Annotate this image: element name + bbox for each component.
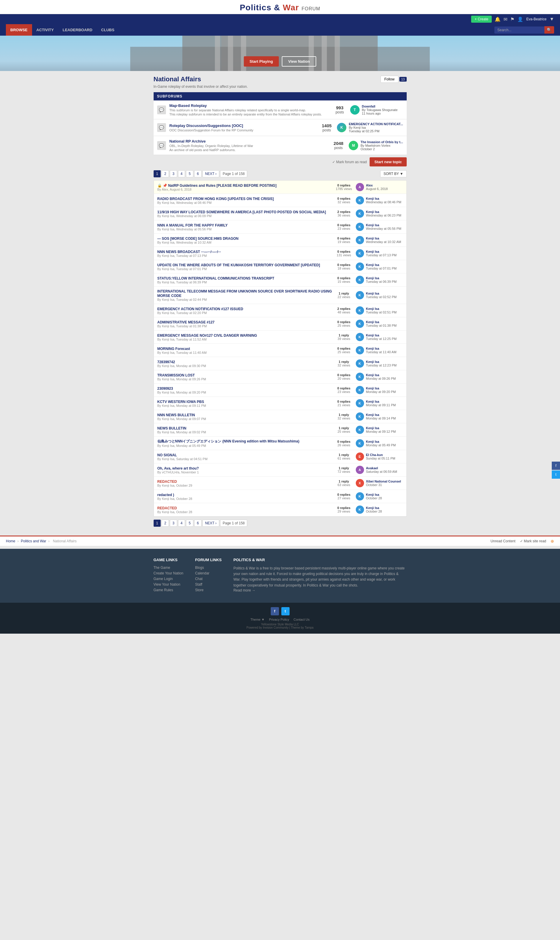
view-nation-button[interactable]: View Nation <box>282 56 316 66</box>
subforum-name-link[interactable]: Roleplay Discussion/Suggestions [OOC] <box>169 123 243 128</box>
facebook-button[interactable]: f <box>271 607 279 615</box>
breadcrumb-home[interactable]: Home <box>6 539 15 543</box>
page-5-button[interactable]: 5 <box>186 170 193 178</box>
page-1-btn-bottom[interactable]: 1 <box>154 520 161 527</box>
topic-last-by-link[interactable]: Kenji Isa <box>366 400 379 403</box>
start-playing-button[interactable]: Start Playing <box>244 56 278 66</box>
topic-title-link[interactable]: NNN NEWS BROADCAST ···—···/·—·/··· <box>157 250 221 254</box>
topic-title-link[interactable]: NEWS BULLETIN <box>157 426 186 431</box>
subforum-last-topic-link[interactable]: EMERGENCY ACTION NOTIFICAT... <box>349 122 403 126</box>
topic-last-by-link[interactable]: Kenji Isa <box>366 360 379 364</box>
forum-link-staff[interactable]: Staff <box>195 582 222 587</box>
topic-last-by-link[interactable]: Kenji Isa <box>366 506 379 509</box>
notifications-icon[interactable]: 🔔 <box>495 17 500 22</box>
topic-last-by-link[interactable]: Kenji Isa <box>366 223 379 227</box>
topic-title-link[interactable]: NNN A MANUAL FOR THE HAPPY FAMILY <box>157 223 228 227</box>
forum-link-store[interactable]: Store <box>195 588 222 592</box>
topic-title-link[interactable]: Oh, Ava, where art thou? <box>157 466 199 471</box>
game-link-login[interactable]: Game Login <box>154 577 183 581</box>
subforum-name-link[interactable]: Map-Based Roleplay <box>169 103 207 108</box>
topic-title-link[interactable]: 仙島みつとNNNイブニングエディション (NNN Evening edition… <box>157 439 300 443</box>
next-page-button[interactable]: NEXT › <box>203 170 219 178</box>
page-4-btn-bottom[interactable]: 4 <box>178 520 185 527</box>
create-button[interactable]: + Create <box>471 15 492 23</box>
alerts-icon[interactable]: ⚑ <box>510 17 514 22</box>
subforum-name-link[interactable]: National RP Archive <box>169 139 206 144</box>
contact-link[interactable]: Contact Us <box>294 618 309 621</box>
topic-last-by-link[interactable]: Kenji Isa <box>366 197 379 200</box>
unread-content-link[interactable]: Unread Content <box>491 539 515 543</box>
topic-last-by-link[interactable]: Kenji Isa <box>366 292 379 295</box>
subforum-last-topic-link[interactable]: The Invasion of Orbis by t... <box>360 140 403 144</box>
page-5-btn-bottom[interactable]: 5 <box>186 520 193 527</box>
game-link-create[interactable]: Create Your Nation <box>154 571 183 575</box>
topic-title-link[interactable]: TRANSMISSION LOST <box>157 373 195 377</box>
topic-last-by-link[interactable]: Kenji Isa <box>366 426 379 430</box>
topic-title-link[interactable]: redacted ) <box>157 493 174 497</box>
page-2-button[interactable]: 2 <box>162 170 169 178</box>
topic-title-link[interactable]: INTERNATIONAL TELECOMM MESSAGE FROM UNKN… <box>157 289 332 298</box>
topic-title-link[interactable]: NO SIGNAL <box>157 453 177 457</box>
game-link-game[interactable]: The Game <box>154 566 183 570</box>
topic-title-link[interactable]: REDACTED <box>157 480 177 484</box>
page-2-btn-bottom[interactable]: 2 <box>162 520 169 527</box>
topic-last-by-link[interactable]: Kenji Isa <box>366 250 379 253</box>
forum-link-calendar[interactable]: Calendar <box>195 571 222 575</box>
topic-last-by-link[interactable]: Kenji Isa <box>366 263 379 267</box>
forum-link-blogs[interactable]: Blogs <box>195 566 222 570</box>
privacy-link[interactable]: Privacy Policy <box>269 618 289 621</box>
topic-title-link[interactable]: 728399742 <box>157 360 175 364</box>
topic-title-link[interactable]: MORNING Forecast <box>157 347 190 351</box>
topic-title-link[interactable]: 🔒 📌 NatRP Guidelines and Rules [PLEASE R… <box>157 184 277 188</box>
user-dropdown-icon[interactable]: ▼ <box>549 17 554 22</box>
topic-title-link[interactable]: REDACTED <box>157 506 177 510</box>
breadcrumb-politics[interactable]: Politics and War <box>21 539 46 543</box>
sort-button[interactable]: SORT BY ▼ <box>380 170 406 178</box>
page-4-button[interactable]: 4 <box>178 170 185 178</box>
subforum-last-topic-link[interactable]: Downfall <box>362 105 375 108</box>
topic-last-by-link[interactable]: Alex <box>366 184 373 187</box>
new-topic-button[interactable]: Start new topic <box>369 157 406 167</box>
page-3-button[interactable]: 3 <box>170 170 177 178</box>
topic-last-by-link[interactable]: Kenji Isa <box>366 413 379 417</box>
topic-title-link[interactable]: EMERGENCY ACTION NOTIFICATION #127 ISSUE… <box>157 307 243 311</box>
page-6-button[interactable]: 6 <box>194 170 202 178</box>
search-button[interactable]: 🔍 <box>545 26 554 34</box>
topic-last-by-link[interactable]: Kenji Isa <box>366 386 379 390</box>
page-1-button[interactable]: 1 <box>154 170 161 178</box>
page-6-btn-bottom[interactable]: 6 <box>194 520 202 527</box>
topic-last-by-link[interactable]: Kenji Isa <box>366 276 379 280</box>
next-page-btn-bottom[interactable]: NEXT › <box>203 520 219 527</box>
twitter-side-btn[interactable]: t <box>552 471 560 479</box>
user-avatar-icon[interactable]: 👤 <box>517 17 523 22</box>
mark-forum-read-link[interactable]: ✓ Mark forum as read <box>332 160 367 164</box>
topic-title-link[interactable]: 23090923 <box>157 386 173 391</box>
page-3-btn-bottom[interactable]: 3 <box>170 520 177 527</box>
topic-title-link[interactable]: RADIO BROADCAST FROM HONG KONG [UPDATES … <box>157 197 274 201</box>
topic-title-link[interactable]: — SOS [MORSE CODE] SOURCE:HMS DRAGON <box>157 236 238 241</box>
topic-last-by-link[interactable]: El Cha-kun <box>366 453 383 457</box>
topic-last-by-link[interactable]: Kenji Isa <box>366 320 379 324</box>
username-display[interactable]: Eva-Beatrice <box>526 17 546 21</box>
nav-browse[interactable]: BROWSE <box>6 24 32 36</box>
follow-button[interactable]: Follow <box>380 76 398 83</box>
game-link-rules[interactable]: Game Rules <box>154 588 183 592</box>
topic-last-by-link[interactable]: Xibei National Counsel <box>366 480 401 483</box>
topic-title-link[interactable]: ADMINISTRATIVE MESSAGE #127 <box>157 320 214 324</box>
topic-title-link[interactable]: NNN NEWS BULLETIN <box>157 413 195 417</box>
read-more-link[interactable]: Read more → <box>233 588 406 593</box>
topic-title-link[interactable]: 11/9/19 HIGH WAY LOCATED SOMEWHERE IN AM… <box>157 210 326 214</box>
topic-last-by-link[interactable]: Kenji Isa <box>366 347 379 350</box>
topic-title-link[interactable]: STATUS:YELLOW INTERNATIONAL COMMUNICATIO… <box>157 276 275 281</box>
topic-last-by-link[interactable]: Kenji Isa <box>366 493 379 496</box>
mark-site-read-link[interactable]: ✓ Mark site read <box>520 539 546 543</box>
twitter-button[interactable]: t <box>282 607 289 615</box>
game-link-view[interactable]: View Your Nation <box>154 582 183 587</box>
topic-last-by-link[interactable]: Kenji Isa <box>366 236 379 240</box>
facebook-side-btn[interactable]: f <box>552 462 560 470</box>
topic-title-link[interactable]: KCTV WESTERN IOWA PBS <box>157 400 204 404</box>
search-input[interactable] <box>494 26 545 34</box>
messages-icon[interactable]: ✉ <box>503 17 507 22</box>
topic-last-by-link[interactable]: Kenji Isa <box>366 440 379 443</box>
forum-link-chat[interactable]: Chat <box>195 577 222 581</box>
